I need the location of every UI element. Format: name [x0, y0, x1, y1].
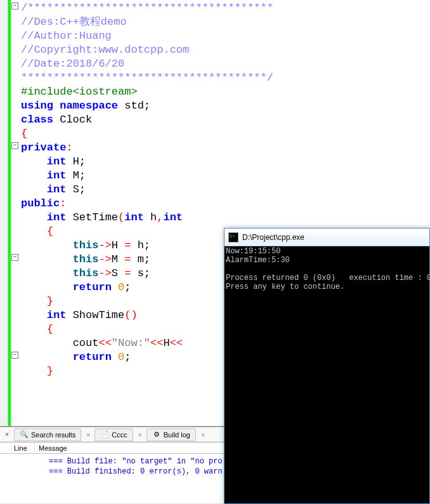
- code-keyword: int: [47, 169, 67, 182]
- code-comment: //Copyright:www.dotcpp.com: [21, 44, 189, 56]
- code-ident: Clock: [60, 114, 92, 126]
- log-column-message[interactable]: Message: [35, 444, 67, 452]
- code-keyword: class: [21, 114, 53, 126]
- editor-gutter: [0, 0, 8, 426]
- console-icon: [228, 232, 238, 242]
- code-keyword: namespace: [60, 100, 118, 112]
- code-comment: /**************************************: [21, 2, 273, 14]
- code-comment: //Author:Huang: [21, 30, 112, 42]
- code-preprocessor: #include<iostream>: [21, 86, 138, 98]
- code-ident: std: [124, 100, 144, 112]
- code-keyword: int: [47, 156, 67, 168]
- tab-close-button[interactable]: ×: [82, 431, 94, 439]
- code-comment: **************************************/: [21, 72, 273, 84]
- console-title-text: D:\Project\cpp.exe: [242, 233, 304, 242]
- code-comment: //Date:2018/6/20: [21, 58, 124, 70]
- console-titlebar[interactable]: D:\Project\cpp.exe: [225, 229, 429, 246]
- tab-search-results[interactable]: 🔍 Search results: [14, 428, 81, 441]
- search-icon: 🔍: [20, 430, 29, 439]
- code-keyword: public: [21, 197, 60, 209]
- tab-build-log[interactable]: ⚙ Build log: [147, 428, 196, 441]
- fold-marker-column: − − − −: [11, 0, 20, 426]
- log-message: === Build file: "no target" in "no pro: [49, 457, 223, 466]
- code-comment: //Des:C++教程demo: [21, 16, 127, 28]
- code-keyword: private: [21, 142, 66, 154]
- tab-close-button[interactable]: ×: [197, 431, 209, 439]
- tab-label: Build log: [164, 431, 190, 439]
- console-output: Now:19:15:50 AlarmTime:5:30 Process retu…: [225, 246, 429, 292]
- console-window[interactable]: D:\Project\cpp.exe Now:19:15:50 AlarmTim…: [224, 228, 430, 504]
- fold-button[interactable]: −: [11, 3, 18, 10]
- tab-close-button[interactable]: ×: [1, 429, 13, 441]
- document-icon: 📄: [100, 430, 109, 439]
- log-column-line[interactable]: Line: [0, 444, 35, 452]
- code-keyword: using: [21, 100, 53, 112]
- gear-icon: ⚙: [152, 430, 161, 439]
- tab-close-button[interactable]: ×: [134, 431, 146, 439]
- log-message: === Build finished: 0 error(s), 0 warn: [49, 467, 223, 476]
- code-keyword: int: [47, 183, 67, 196]
- tab-label: Cccc: [112, 431, 127, 439]
- fold-button[interactable]: −: [11, 254, 18, 261]
- tab-label: Search results: [31, 431, 75, 439]
- fold-button[interactable]: −: [11, 352, 18, 359]
- fold-button[interactable]: −: [11, 142, 18, 149]
- tab-cccc[interactable]: 📄 Cccc: [94, 428, 133, 441]
